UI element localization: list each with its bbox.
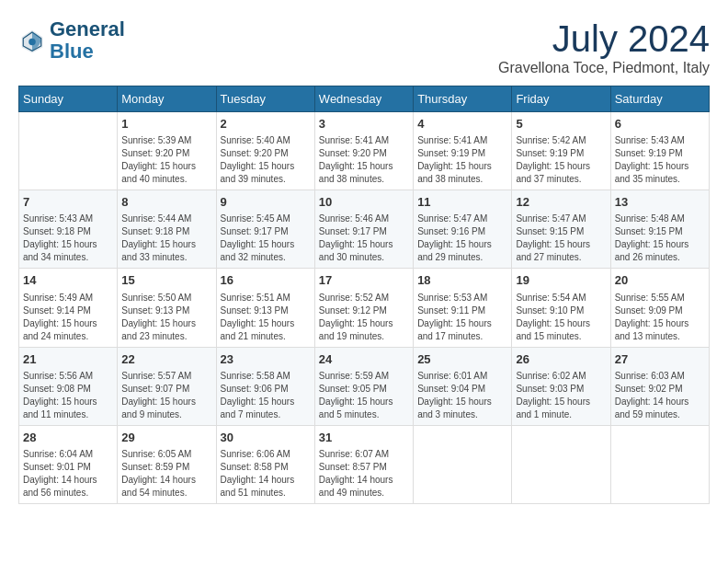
day-number: 26 (516, 351, 606, 368)
day-number: 2 (221, 116, 311, 132)
day-number: 7 (23, 194, 113, 211)
calendar-cell (610, 425, 709, 503)
calendar-cell: 5Sunrise: 5:42 AM Sunset: 9:19 PM Daylig… (512, 112, 610, 190)
calendar-cell: 4Sunrise: 5:41 AM Sunset: 9:19 PM Daylig… (414, 112, 512, 190)
day-number: 10 (319, 194, 409, 211)
calendar-cell: 19Sunrise: 5:54 AM Sunset: 9:10 PM Dayli… (512, 269, 610, 347)
day-number: 23 (221, 351, 311, 368)
weekday-header: Tuesday (216, 86, 314, 112)
day-number: 27 (615, 351, 705, 368)
calendar-table: SundayMondayTuesdayWednesdayThursdayFrid… (18, 86, 710, 504)
day-info: Sunrise: 5:52 AM Sunset: 9:12 PM Dayligh… (319, 292, 409, 343)
day-info: Sunrise: 6:05 AM Sunset: 8:59 PM Dayligh… (121, 448, 211, 500)
day-info: Sunrise: 5:41 AM Sunset: 9:19 PM Dayligh… (417, 134, 507, 186)
location-title: Gravellona Toce, Piedmont, Italy (498, 60, 710, 76)
weekday-header: Saturday (610, 86, 709, 112)
calendar-cell: 14Sunrise: 5:49 AM Sunset: 9:14 PM Dayli… (19, 269, 118, 347)
calendar-cell: 15Sunrise: 5:50 AM Sunset: 9:13 PM Dayli… (118, 269, 216, 347)
day-info: Sunrise: 5:40 AM Sunset: 9:20 PM Dayligh… (221, 134, 311, 186)
day-number: 14 (23, 272, 113, 289)
day-number: 5 (516, 116, 606, 132)
calendar-cell: 20Sunrise: 5:55 AM Sunset: 9:09 PM Dayli… (610, 269, 709, 347)
day-number: 4 (417, 116, 507, 132)
day-info: Sunrise: 5:59 AM Sunset: 9:05 PM Dayligh… (319, 370, 409, 421)
calendar-cell: 17Sunrise: 5:52 AM Sunset: 9:12 PM Dayli… (314, 269, 413, 347)
calendar-cell: 13Sunrise: 5:48 AM Sunset: 9:15 PM Dayli… (610, 190, 709, 269)
day-info: Sunrise: 5:44 AM Sunset: 9:18 PM Dayligh… (121, 213, 211, 264)
day-number: 20 (615, 272, 705, 289)
day-number: 1 (121, 116, 211, 132)
day-number: 19 (516, 272, 606, 289)
day-number: 8 (121, 194, 211, 211)
calendar-cell: 24Sunrise: 5:59 AM Sunset: 9:05 PM Dayli… (314, 347, 413, 425)
day-number: 30 (221, 430, 311, 446)
day-info: Sunrise: 5:53 AM Sunset: 9:11 PM Dayligh… (417, 292, 507, 343)
weekday-header: Friday (512, 86, 610, 112)
day-info: Sunrise: 5:39 AM Sunset: 9:20 PM Dayligh… (121, 134, 211, 186)
month-title: July 2024 (498, 18, 710, 60)
logo: General Blue (18, 18, 125, 63)
calendar-cell (414, 425, 512, 503)
day-info: Sunrise: 6:02 AM Sunset: 9:03 PM Dayligh… (516, 370, 606, 421)
day-number: 11 (417, 194, 507, 211)
logo-text: General Blue (50, 18, 125, 63)
calendar-cell: 1Sunrise: 5:39 AM Sunset: 9:20 PM Daylig… (118, 112, 216, 190)
calendar-cell: 27Sunrise: 6:03 AM Sunset: 9:02 PM Dayli… (610, 347, 709, 425)
day-info: Sunrise: 5:42 AM Sunset: 9:19 PM Dayligh… (516, 134, 606, 186)
day-info: Sunrise: 6:01 AM Sunset: 9:04 PM Dayligh… (417, 370, 507, 421)
day-number: 28 (23, 430, 113, 446)
calendar-week-row: 28Sunrise: 6:04 AM Sunset: 9:01 PM Dayli… (19, 425, 710, 503)
calendar-cell: 18Sunrise: 5:53 AM Sunset: 9:11 PM Dayli… (414, 269, 512, 347)
calendar-week-row: 7Sunrise: 5:43 AM Sunset: 9:18 PM Daylig… (19, 190, 710, 269)
day-info: Sunrise: 5:55 AM Sunset: 9:09 PM Dayligh… (615, 292, 705, 343)
day-info: Sunrise: 5:43 AM Sunset: 9:19 PM Dayligh… (615, 134, 705, 186)
day-info: Sunrise: 5:57 AM Sunset: 9:07 PM Dayligh… (121, 370, 211, 421)
calendar-cell: 6Sunrise: 5:43 AM Sunset: 9:19 PM Daylig… (610, 112, 709, 190)
calendar-cell: 30Sunrise: 6:06 AM Sunset: 8:58 PM Dayli… (216, 425, 314, 503)
day-info: Sunrise: 5:43 AM Sunset: 9:18 PM Dayligh… (23, 213, 113, 264)
day-number: 17 (319, 272, 409, 289)
weekday-header: Sunday (19, 86, 118, 112)
day-info: Sunrise: 6:04 AM Sunset: 9:01 PM Dayligh… (23, 448, 113, 500)
day-info: Sunrise: 5:49 AM Sunset: 9:14 PM Dayligh… (23, 292, 113, 343)
calendar-cell: 25Sunrise: 6:01 AM Sunset: 9:04 PM Dayli… (414, 347, 512, 425)
day-info: Sunrise: 5:56 AM Sunset: 9:08 PM Dayligh… (23, 370, 113, 421)
day-info: Sunrise: 6:06 AM Sunset: 8:58 PM Dayligh… (221, 448, 311, 500)
weekday-header: Monday (118, 86, 216, 112)
calendar-cell: 3Sunrise: 5:41 AM Sunset: 9:20 PM Daylig… (314, 112, 413, 190)
calendar-cell: 16Sunrise: 5:51 AM Sunset: 9:13 PM Dayli… (216, 269, 314, 347)
weekday-header: Wednesday (314, 86, 413, 112)
calendar-cell: 28Sunrise: 6:04 AM Sunset: 9:01 PM Dayli… (19, 425, 118, 503)
calendar-cell: 7Sunrise: 5:43 AM Sunset: 9:18 PM Daylig… (19, 190, 118, 269)
day-number: 16 (221, 272, 311, 289)
calendar-cell: 21Sunrise: 5:56 AM Sunset: 9:08 PM Dayli… (19, 347, 118, 425)
calendar-week-row: 14Sunrise: 5:49 AM Sunset: 9:14 PM Dayli… (19, 269, 710, 347)
day-number: 18 (417, 272, 507, 289)
day-number: 21 (23, 351, 113, 368)
calendar-week-row: 21Sunrise: 5:56 AM Sunset: 9:08 PM Dayli… (19, 347, 710, 425)
day-info: Sunrise: 5:47 AM Sunset: 9:15 PM Dayligh… (516, 213, 606, 264)
weekday-header: Thursday (414, 86, 512, 112)
day-number: 15 (121, 272, 211, 289)
page-header: General Blue July 2024 Gravellona Toce, … (18, 18, 710, 76)
calendar-header: SundayMondayTuesdayWednesdayThursdayFrid… (19, 86, 710, 112)
day-info: Sunrise: 5:48 AM Sunset: 9:15 PM Dayligh… (615, 213, 705, 264)
day-number: 12 (516, 194, 606, 211)
day-number: 3 (319, 116, 409, 132)
calendar-cell: 2Sunrise: 5:40 AM Sunset: 9:20 PM Daylig… (216, 112, 314, 190)
day-info: Sunrise: 5:58 AM Sunset: 9:06 PM Dayligh… (221, 370, 311, 421)
title-area: July 2024 Gravellona Toce, Piedmont, Ita… (498, 18, 710, 76)
day-number: 31 (319, 430, 409, 446)
header-row: SundayMondayTuesdayWednesdayThursdayFrid… (19, 86, 710, 112)
day-number: 6 (615, 116, 705, 132)
calendar-cell: 31Sunrise: 6:07 AM Sunset: 8:57 PM Dayli… (314, 425, 413, 503)
calendar-cell: 9Sunrise: 5:45 AM Sunset: 9:17 PM Daylig… (216, 190, 314, 269)
calendar-cell: 23Sunrise: 5:58 AM Sunset: 9:06 PM Dayli… (216, 347, 314, 425)
calendar-cell: 26Sunrise: 6:02 AM Sunset: 9:03 PM Dayli… (512, 347, 610, 425)
day-number: 13 (615, 194, 705, 211)
day-number: 22 (121, 351, 211, 368)
svg-point-2 (28, 39, 36, 46)
day-info: Sunrise: 5:41 AM Sunset: 9:20 PM Dayligh… (319, 134, 409, 186)
day-number: 9 (221, 194, 311, 211)
logo-icon (18, 27, 46, 54)
